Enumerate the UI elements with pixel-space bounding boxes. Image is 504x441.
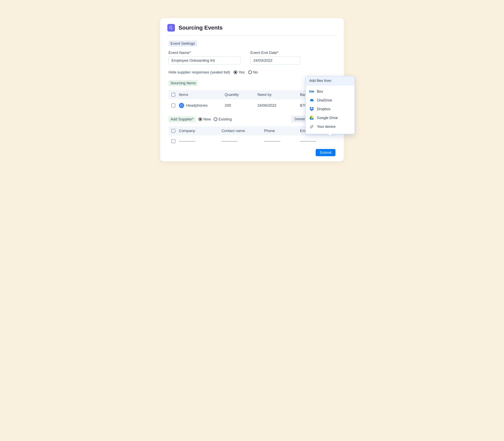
card-header: Sourcing Events bbox=[167, 24, 337, 36]
item-name: Headphones bbox=[186, 103, 208, 108]
supplier-existing-label: Existing bbox=[218, 117, 232, 121]
supplier-phone: ------------- bbox=[264, 139, 300, 143]
section-event-settings: Event Settings bbox=[168, 41, 197, 47]
svg-rect-0 bbox=[170, 26, 172, 29]
svg-rect-1 bbox=[180, 106, 181, 107]
popover-item-gdrive-label: Google Drive bbox=[317, 116, 338, 120]
google-drive-icon bbox=[309, 115, 314, 120]
popover-item-device[interactable]: Your device bbox=[308, 122, 352, 131]
link-icon bbox=[309, 124, 314, 129]
supplier-new[interactable]: New bbox=[199, 117, 211, 121]
popover-arrow-icon bbox=[328, 134, 333, 136]
headphones-icon bbox=[179, 103, 184, 108]
popover-title: Add files from bbox=[306, 76, 354, 85]
event-name-field: Event Name* bbox=[168, 50, 240, 64]
event-end-date-label: Event End Date* bbox=[250, 50, 300, 55]
sealed-bid-row: Hide supplier responses (sealed bid) Yes… bbox=[168, 70, 336, 75]
sealed-bid-yes-label: Yes bbox=[238, 70, 244, 75]
radio-checked-icon bbox=[199, 117, 202, 121]
popover-item-box[interactable]: Box bbox=[308, 87, 352, 96]
add-files-popover: Add files from Box bbox=[305, 76, 355, 134]
popover-item-dropbox-label: Dropbox bbox=[317, 107, 331, 111]
event-end-date-field: Event End Date* bbox=[250, 50, 300, 64]
sealed-bid-no[interactable]: No bbox=[248, 70, 258, 75]
col-items: Items bbox=[179, 93, 225, 97]
col-quantity: Quantity bbox=[225, 93, 257, 97]
event-end-date-input[interactable] bbox=[250, 57, 300, 64]
page-title: Sourcing Events bbox=[179, 25, 223, 31]
card-footer: Submit bbox=[168, 149, 336, 156]
box-icon bbox=[309, 89, 314, 94]
item-name-cell: Headphones bbox=[179, 103, 225, 108]
submit-button[interactable]: Submit bbox=[316, 149, 336, 156]
col-company: Company bbox=[179, 129, 221, 133]
radio-unchecked-icon bbox=[214, 117, 217, 121]
supplier-new-label: New bbox=[203, 117, 211, 121]
svg-rect-2 bbox=[182, 106, 183, 107]
popover-item-dropbox[interactable]: Dropbox bbox=[308, 105, 352, 113]
radio-checked-icon bbox=[234, 70, 237, 74]
supplier-existing[interactable]: Existing bbox=[214, 117, 232, 121]
fields-row: Event Name* Event End Date* bbox=[168, 50, 336, 64]
items-select-all-checkbox[interactable] bbox=[171, 93, 175, 97]
supplier-contact: ------------- bbox=[221, 139, 264, 143]
sealed-bid-no-label: No bbox=[253, 70, 258, 75]
svg-point-3 bbox=[311, 91, 312, 92]
popover-item-onedrive-label: OneDrive bbox=[317, 98, 332, 102]
event-name-label: Event Name* bbox=[168, 50, 240, 55]
col-contact-name: Contact name bbox=[221, 129, 264, 133]
section-add-supplier: Add Supplier* bbox=[168, 116, 196, 122]
event-name-input[interactable] bbox=[168, 57, 240, 64]
sourcing-events-card: Sourcing Events Event Settings Event Nam… bbox=[160, 18, 344, 161]
section-sourcing-items: Sourcing Items bbox=[168, 80, 198, 86]
sealed-bid-label: Hide supplier responses (sealed bid) bbox=[168, 70, 230, 75]
dropbox-icon bbox=[309, 107, 314, 111]
item-quantity: 200 bbox=[225, 103, 257, 108]
suppliers-select-all-checkbox[interactable] bbox=[171, 129, 175, 133]
suppliers-table-row: ------------- ------------- ------------… bbox=[168, 135, 336, 147]
sourcing-icon bbox=[167, 24, 175, 32]
col-needby: Need by bbox=[257, 93, 300, 97]
col-phone: Phone bbox=[264, 129, 300, 133]
popover-item-onedrive[interactable]: OneDrive bbox=[308, 96, 352, 105]
item-row-checkbox[interactable] bbox=[171, 103, 175, 108]
popover-list: Box OneDrive bbox=[306, 85, 354, 134]
supplier-email: ------------- bbox=[300, 139, 333, 143]
popover-item-box-label: Box bbox=[317, 90, 323, 94]
supplier-row-checkbox[interactable] bbox=[171, 139, 175, 143]
supplier-company: ------------- bbox=[179, 139, 221, 143]
popover-item-device-label: Your device bbox=[317, 125, 336, 129]
sealed-bid-yes[interactable]: Yes bbox=[234, 70, 244, 75]
popover-item-gdrive[interactable]: Google Drive bbox=[308, 113, 352, 122]
item-needby: 24/06/2022 bbox=[257, 103, 300, 108]
radio-unchecked-icon bbox=[248, 70, 252, 74]
onedrive-icon bbox=[309, 98, 314, 103]
